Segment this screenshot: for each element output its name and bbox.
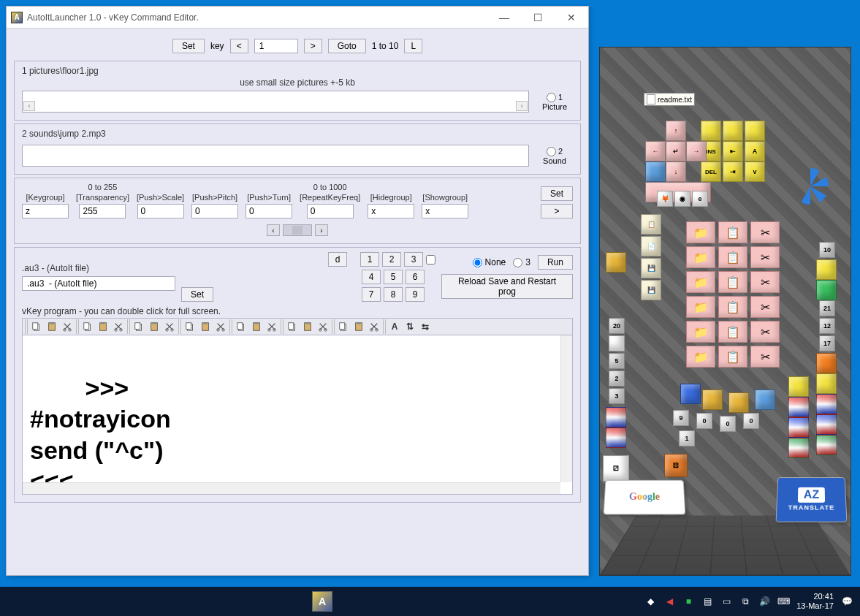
stack-cube[interactable] xyxy=(606,252,626,273)
dice-orange[interactable]: ⚄ xyxy=(664,454,688,477)
readme-file[interactable]: readme.txt xyxy=(644,93,695,106)
font-icon[interactable]: A xyxy=(387,319,402,334)
cut-icon[interactable]: ✂ xyxy=(750,246,780,268)
num-cube-9[interactable]: 9 xyxy=(673,410,689,426)
cut-icon[interactable]: ✂ xyxy=(750,321,780,343)
script-checkbox[interactable] xyxy=(426,255,435,265)
param-input-showgroup[interactable] xyxy=(422,204,468,218)
folder-icon[interactable]: 📁 xyxy=(686,346,715,368)
picture-radio[interactable] xyxy=(547,93,556,102)
set-key-button[interactable]: Set xyxy=(172,39,205,53)
params-scrollbar[interactable]: ‹ › xyxy=(22,224,573,236)
ie-icon[interactable]: e xyxy=(692,191,708,207)
cut-icon[interactable] xyxy=(60,319,75,334)
tray-keyboard-icon[interactable]: ⌨ xyxy=(777,596,789,607)
num-cube-10[interactable]: 10 xyxy=(819,242,835,258)
num-8-button[interactable]: 8 xyxy=(384,287,403,302)
key-cube[interactable]: ⇤ xyxy=(723,141,743,161)
run-button[interactable]: Run xyxy=(538,255,573,270)
radio-3[interactable] xyxy=(513,258,522,267)
stack-cube-yellow[interactable] xyxy=(816,373,837,394)
folder-icon[interactable]: 📁 xyxy=(686,296,715,318)
editor-scrollbar-horizontal[interactable] xyxy=(23,482,560,494)
next-key-button[interactable]: > xyxy=(304,39,322,53)
key-cube[interactable]: ⇥ xyxy=(723,161,743,182)
num-1-button[interactable]: 1 xyxy=(360,252,379,267)
color-cube-yellow[interactable] xyxy=(728,392,749,413)
num-4-button[interactable]: 4 xyxy=(362,270,381,284)
stack-cube-green[interactable] xyxy=(816,280,837,300)
cut-icon[interactable]: ✂ xyxy=(750,296,780,318)
folder-icon[interactable]: 📁 xyxy=(686,321,715,343)
color-cube-blue[interactable] xyxy=(680,384,701,404)
copy-icon[interactable] xyxy=(80,319,95,334)
taskbar-app-icon[interactable]: A xyxy=(312,591,332,612)
num-cube-0[interactable]: 0 xyxy=(743,413,759,429)
key-cube[interactable] xyxy=(701,121,721,141)
cut-icon[interactable]: ✂ xyxy=(750,221,780,243)
param-input-pushturn[interactable] xyxy=(246,204,292,218)
key-cube[interactable] xyxy=(745,121,765,141)
paste-icon[interactable] xyxy=(351,319,366,334)
launcher-3d-pane[interactable]: readme.txt INS ⇤ A DEL ⇥ v ↑ ← ↵ → ↓ 🦊 ◉… xyxy=(599,47,851,576)
paste-icon[interactable] xyxy=(96,319,110,334)
minimize-button[interactable]: — xyxy=(487,7,521,28)
num-6-button[interactable]: 6 xyxy=(406,270,425,284)
params-set-button[interactable]: Set xyxy=(541,186,573,201)
key-del-cube[interactable]: DEL xyxy=(701,161,721,182)
copy-icon[interactable] xyxy=(183,319,197,334)
script-set-button[interactable]: Set xyxy=(181,287,213,302)
tray-green-icon[interactable]: ■ xyxy=(682,596,694,607)
params-scroll-right[interactable]: › xyxy=(315,224,328,236)
reload-button[interactable]: Reload Save and Restart prog xyxy=(441,274,573,299)
flag-cube[interactable] xyxy=(788,438,809,458)
swap-icon[interactable]: ⇆ xyxy=(418,319,433,334)
num-cube-20[interactable]: 20 xyxy=(609,318,625,334)
param-input-keygroup[interactable] xyxy=(22,204,69,218)
num-cube-0[interactable]: 0 xyxy=(720,416,736,432)
tray-shield-icon[interactable]: ◆ xyxy=(644,596,656,607)
num-cube-3[interactable]: 3 xyxy=(609,388,625,404)
key-cube[interactable] xyxy=(723,121,743,141)
num-7-button[interactable]: 7 xyxy=(362,287,381,302)
firefox-icon[interactable]: 🦊 xyxy=(657,191,673,207)
stack-cube-yellow[interactable] xyxy=(816,259,837,280)
picture-scroll-right[interactable]: › xyxy=(516,101,528,111)
clipboard-icon[interactable]: 📋 xyxy=(718,296,747,318)
folder-icon[interactable]: 📁 xyxy=(686,221,715,243)
params-next-button[interactable]: > xyxy=(541,204,573,218)
cut-icon[interactable] xyxy=(213,319,228,334)
clipboard-icon[interactable]: 📋 xyxy=(718,271,747,293)
num-cube[interactable] xyxy=(609,335,625,351)
script-file-input[interactable] xyxy=(22,276,175,291)
radio-none[interactable] xyxy=(473,258,482,267)
tray-volume-icon[interactable]: 🔊 xyxy=(758,596,770,607)
arrow-up-cube[interactable]: ↑ xyxy=(666,121,686,141)
sound-radio[interactable] xyxy=(547,147,556,156)
prev-key-button[interactable]: < xyxy=(230,39,248,53)
arrow-enter-cube[interactable]: ↵ xyxy=(666,141,686,161)
num-cube-2[interactable]: 2 xyxy=(609,370,625,387)
sort-icon[interactable]: ⇅ xyxy=(403,319,417,334)
copy-icon[interactable] xyxy=(336,319,351,334)
num-cube-5[interactable]: 5 xyxy=(609,353,625,369)
num-3-button[interactable]: 3 xyxy=(404,252,423,267)
paste-icon[interactable] xyxy=(198,319,213,334)
flag-cube[interactable] xyxy=(816,435,837,455)
tray-wifi-icon[interactable]: ⧉ xyxy=(739,596,751,607)
key-cube[interactable]: v xyxy=(745,161,765,182)
cut-icon[interactable]: ✂ xyxy=(750,271,780,293)
paste-icon[interactable] xyxy=(249,319,264,334)
copy-icon[interactable] xyxy=(132,319,146,334)
folder-icon[interactable]: 📁 xyxy=(686,271,715,293)
num-cube-17[interactable]: 17 xyxy=(819,335,835,351)
key-cube[interactable]: A xyxy=(745,141,765,161)
cut-icon[interactable] xyxy=(316,319,330,334)
clipboard-icon[interactable]: 📋 xyxy=(718,346,747,368)
save-cube[interactable]: 💾 xyxy=(641,258,661,278)
tool-cube[interactable]: 📋 xyxy=(641,214,661,235)
flag-cube[interactable] xyxy=(788,397,809,417)
blue-cube[interactable] xyxy=(645,161,666,182)
close-button[interactable]: ✕ xyxy=(555,7,588,28)
clipboard-icon[interactable]: 📋 xyxy=(718,321,747,343)
